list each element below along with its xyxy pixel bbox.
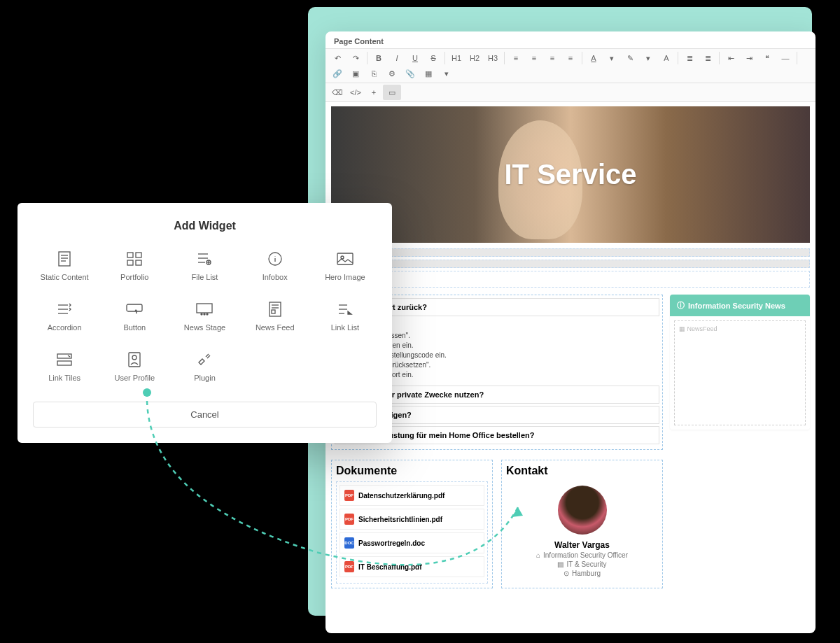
pdf-icon: PDF xyxy=(344,490,354,501)
toolbar-row-1: ↶ ↷ B I U S H1 H2 H3 ≡ ≡ ≡ ≡ A ▾ ✎ ▾ A ≣… xyxy=(326,48,816,83)
widget-portfolio[interactable]: Portfolio xyxy=(103,250,166,281)
highlight-chevron[interactable]: ▾ xyxy=(639,50,657,66)
align-right-button[interactable]: ≡ xyxy=(543,50,561,66)
table-button[interactable]: ▦ xyxy=(419,66,438,81)
svg-point-18 xyxy=(341,256,344,259)
widget-link-list[interactable]: Link List xyxy=(314,301,377,332)
highlight-button[interactable]: ✎ xyxy=(621,50,639,66)
svg-point-25 xyxy=(204,313,205,315)
news-title: Information Security News xyxy=(688,302,785,310)
image-icon xyxy=(337,250,354,267)
svg-rect-4 xyxy=(127,253,133,257)
hero-image[interactable]: IT Service xyxy=(331,106,810,243)
svg-rect-0 xyxy=(59,252,70,266)
tiles-icon xyxy=(56,351,73,368)
svg-rect-23 xyxy=(197,304,212,313)
info-icon xyxy=(267,250,284,267)
widget-news-stage[interactable]: News Stage xyxy=(173,301,236,332)
bold-button[interactable]: B xyxy=(370,50,388,66)
hr-button[interactable]: — xyxy=(776,50,794,66)
pdf-icon: PDF xyxy=(344,561,354,572)
news-widget[interactable]: ⓘ Information Security News ▦ NewsFeed xyxy=(670,295,810,430)
contact-card: Walter Vargas ⌂Information Security Offi… xyxy=(506,481,658,583)
layout-button[interactable]: ▭ xyxy=(383,85,401,100)
code-button[interactable]: </> xyxy=(346,85,365,100)
document-item[interactable]: PDF Datenschutzerklärung.pdf xyxy=(340,485,484,506)
font-button[interactable]: A xyxy=(657,50,676,66)
section-title: Kontakt xyxy=(506,465,658,477)
svg-rect-17 xyxy=(337,253,353,264)
align-center-button[interactable]: ≡ xyxy=(525,50,543,66)
svg-rect-27 xyxy=(270,302,281,316)
widget-file-list[interactable]: File List xyxy=(173,250,236,281)
image-button[interactable]: ▣ xyxy=(346,66,365,81)
italic-button[interactable]: I xyxy=(388,50,406,66)
clear-format-button[interactable]: ⌫ xyxy=(328,85,346,100)
widget-button[interactable]: Button xyxy=(103,301,166,332)
section-title: Dokumente xyxy=(336,465,488,477)
contact-name: Walter Vargas xyxy=(554,540,610,550)
undo-button[interactable]: ↶ xyxy=(328,50,346,66)
feed-icon xyxy=(267,301,284,318)
text-color-button[interactable]: A xyxy=(584,50,603,66)
document-item[interactable]: PDF Sicherheitsrichtlinien.pdf xyxy=(340,509,484,530)
attach-button[interactable]: 📎 xyxy=(401,66,419,81)
clipboard-button[interactable]: ⎘ xyxy=(365,66,383,81)
link-list-icon xyxy=(337,301,354,318)
editor-header-label: Page Content xyxy=(326,31,816,48)
align-left-button[interactable]: ≡ xyxy=(507,50,525,66)
documents-section[interactable]: Dokumente PDF Datenschutzerklärung.pdf P… xyxy=(331,460,493,588)
outdent-button[interactable]: ⇤ xyxy=(722,50,740,66)
indent-button[interactable]: ⇥ xyxy=(740,50,758,66)
widget-link-tiles[interactable]: Link Tiles xyxy=(33,351,96,382)
avatar xyxy=(558,486,607,535)
link-button[interactable]: 🔗 xyxy=(328,66,346,81)
svg-rect-35 xyxy=(57,361,71,365)
widget-infobox[interactable]: Infobox xyxy=(244,250,307,281)
add-button[interactable]: + xyxy=(365,85,383,100)
cancel-button[interactable]: Cancel xyxy=(33,402,377,428)
button-icon xyxy=(126,301,143,318)
svg-point-26 xyxy=(206,313,208,315)
quote-button[interactable]: ❝ xyxy=(758,50,776,66)
svg-rect-6 xyxy=(127,260,133,265)
text-color-chevron[interactable]: ▾ xyxy=(603,50,621,66)
user-icon xyxy=(126,351,143,368)
underline-button[interactable]: U xyxy=(406,50,424,66)
widget-user-profile[interactable]: User Profile xyxy=(103,351,166,382)
editor-window: Page Content ↶ ↷ B I U S H1 H2 H3 ≡ ≡ ≡ … xyxy=(326,31,816,633)
news-placeholder: ▦ NewsFeed xyxy=(674,320,806,425)
stage-icon xyxy=(196,301,213,318)
svg-point-37 xyxy=(132,355,136,360)
modal-title: Add Widget xyxy=(33,220,377,232)
align-justify-button[interactable]: ≡ xyxy=(561,50,580,66)
list-ol-button[interactable]: ≣ xyxy=(699,50,717,66)
svg-rect-7 xyxy=(136,260,141,265)
widget-news-feed[interactable]: News Feed xyxy=(244,301,307,332)
strike-button[interactable]: S xyxy=(424,50,442,66)
list-add-icon xyxy=(196,250,213,267)
h2-button[interactable]: H2 xyxy=(465,50,484,66)
widget-static-content[interactable]: Static Content xyxy=(33,250,96,281)
widget-hero-image[interactable]: Hero Image xyxy=(314,250,377,281)
editor-canvas: IT Service rt mein Passwort zurück? auf … xyxy=(326,102,816,633)
redo-button[interactable]: ↷ xyxy=(346,50,365,66)
widget-plugin[interactable]: Plugin xyxy=(173,351,236,382)
widget-accordion[interactable]: Accordion xyxy=(33,301,96,332)
location-icon: ⊙ xyxy=(564,570,569,577)
briefcase-icon: ⌂ xyxy=(536,551,540,559)
document-icon xyxy=(56,250,73,267)
h1-button[interactable]: H1 xyxy=(447,50,465,66)
document-item[interactable]: PDF IT Beschaffung.pdf xyxy=(340,556,484,577)
placeholder-bar[interactable] xyxy=(331,248,810,257)
document-item[interactable]: DOC Passwortregeln.doc xyxy=(340,532,484,553)
placeholder-bar[interactable] xyxy=(331,260,810,268)
gear-button[interactable]: ⚙ xyxy=(383,66,401,81)
svg-point-24 xyxy=(201,313,202,315)
table-chevron[interactable]: ▾ xyxy=(438,66,456,81)
list-ul-button[interactable]: ≣ xyxy=(680,50,699,66)
h3-button[interactable]: H3 xyxy=(484,50,502,66)
grid-icon xyxy=(126,250,143,267)
contact-section[interactable]: Kontakt Walter Vargas ⌂Information Secur… xyxy=(501,460,663,588)
dept-icon: ▤ xyxy=(557,560,564,568)
